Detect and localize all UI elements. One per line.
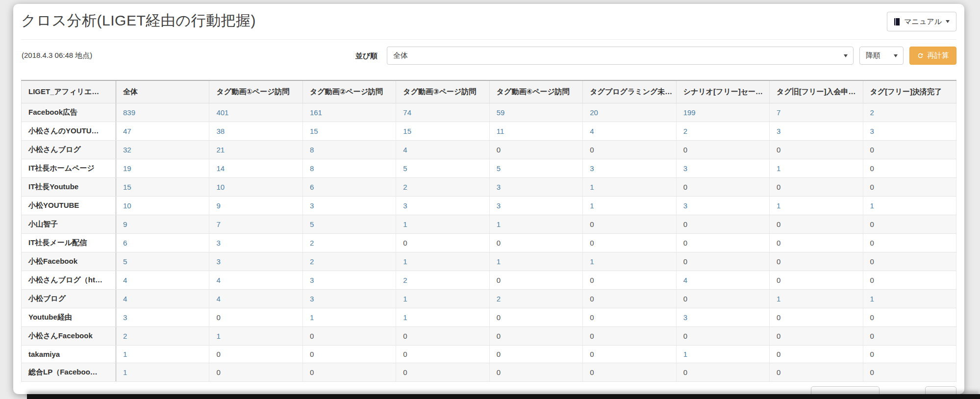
value-link[interactable]: 4: [123, 295, 127, 303]
value-link[interactable]: 161: [310, 108, 322, 117]
manual-button[interactable]: マニュアル: [887, 12, 956, 31]
value-cell: 21: [209, 141, 302, 159]
value-zero: 0: [870, 332, 874, 340]
value-link[interactable]: 5: [403, 164, 407, 173]
value-zero: 0: [870, 164, 874, 173]
value-cell: 0: [396, 327, 489, 346]
value-link[interactable]: 5: [123, 257, 127, 266]
value-link[interactable]: 32: [123, 146, 131, 154]
value-cell: 1: [396, 308, 489, 327]
value-link[interactable]: 4: [683, 276, 687, 284]
value-link[interactable]: 1: [590, 201, 594, 210]
value-link[interactable]: 1: [870, 295, 874, 303]
value-link[interactable]: 3: [310, 201, 314, 210]
value-link[interactable]: 401: [216, 108, 228, 117]
window-bottom-edge: [27, 394, 980, 399]
value-link[interactable]: 2: [310, 239, 314, 247]
value-link[interactable]: 1: [403, 220, 407, 228]
sort-direction-select[interactable]: 降順: [859, 47, 904, 65]
value-link[interactable]: 9: [216, 201, 220, 210]
value-link[interactable]: 7: [216, 220, 220, 228]
value-link[interactable]: 3: [310, 276, 314, 284]
value-link[interactable]: 1: [590, 183, 594, 191]
value-link[interactable]: 1: [683, 350, 687, 358]
value-link[interactable]: 1: [497, 220, 501, 228]
value-link[interactable]: 14: [216, 164, 225, 173]
value-link[interactable]: 8: [310, 146, 314, 154]
value-link[interactable]: 4: [216, 295, 220, 303]
value-link[interactable]: 6: [123, 239, 127, 247]
value-link[interactable]: 1: [777, 201, 780, 210]
value-link[interactable]: 5: [497, 164, 501, 173]
value-link[interactable]: 38: [216, 127, 225, 135]
value-link[interactable]: 3: [216, 257, 220, 266]
value-link[interactable]: 839: [123, 108, 135, 117]
value-cell: 0: [302, 363, 396, 382]
value-link[interactable]: 2: [497, 295, 501, 303]
recalculate-button[interactable]: 再計算: [909, 47, 956, 65]
value-link[interactable]: 3: [123, 313, 127, 322]
value-link[interactable]: 1: [216, 332, 220, 340]
value-link[interactable]: 1: [310, 313, 314, 322]
value-cell: 1: [583, 252, 676, 271]
value-link[interactable]: 1: [777, 164, 780, 173]
value-link[interactable]: 1: [403, 295, 407, 303]
value-link[interactable]: 4: [216, 276, 220, 284]
value-link[interactable]: 2: [310, 257, 314, 266]
value-link[interactable]: 5: [310, 220, 314, 228]
cutoff-button-2[interactable]: [925, 386, 956, 394]
value-link[interactable]: 21: [216, 146, 225, 154]
value-link[interactable]: 10: [123, 201, 131, 210]
value-link[interactable]: 9: [123, 220, 127, 228]
value-link[interactable]: 74: [403, 108, 411, 117]
value-link[interactable]: 2: [870, 108, 874, 117]
value-link[interactable]: 4: [403, 146, 407, 154]
value-link[interactable]: 1: [777, 295, 780, 303]
value-link[interactable]: 3: [216, 239, 220, 247]
value-link[interactable]: 4: [590, 127, 594, 135]
value-link[interactable]: 20: [590, 108, 598, 117]
value-link[interactable]: 4: [123, 276, 127, 284]
value-link[interactable]: 6: [310, 183, 314, 191]
value-link[interactable]: 1: [123, 350, 127, 358]
value-link[interactable]: 19: [123, 164, 131, 173]
value-link[interactable]: 3: [777, 127, 780, 135]
value-link[interactable]: 7: [777, 108, 780, 117]
value-link[interactable]: 1: [497, 257, 501, 266]
value-link[interactable]: 47: [123, 127, 131, 135]
value-link[interactable]: 3: [683, 313, 687, 322]
value-link[interactable]: 3: [497, 183, 501, 191]
value-link[interactable]: 3: [590, 164, 594, 173]
value-link[interactable]: 199: [683, 108, 696, 117]
value-link[interactable]: 1: [870, 201, 874, 210]
value-link[interactable]: 2: [123, 332, 127, 340]
cutoff-button-1[interactable]: [811, 386, 879, 394]
value-link[interactable]: 15: [123, 183, 131, 191]
value-link[interactable]: 15: [310, 127, 318, 135]
value-link[interactable]: 3: [310, 295, 314, 303]
value-link[interactable]: 1: [123, 368, 127, 376]
value-link[interactable]: 3: [870, 127, 874, 135]
value-link[interactable]: 3: [497, 201, 501, 210]
value-link[interactable]: 3: [683, 201, 687, 210]
value-link[interactable]: 10: [216, 183, 225, 191]
value-link[interactable]: 1: [403, 313, 407, 322]
value-link[interactable]: 2: [403, 276, 407, 284]
value-link[interactable]: 1: [590, 257, 594, 266]
sort-field-select[interactable]: 全体: [387, 47, 854, 65]
value-zero: 0: [870, 146, 874, 154]
value-link[interactable]: 1: [403, 257, 407, 266]
value-link[interactable]: 11: [497, 127, 504, 135]
value-cell: 32: [116, 141, 209, 159]
value-link[interactable]: 15: [403, 127, 411, 135]
sort-order-label: 並び順: [355, 51, 377, 61]
value-link[interactable]: 8: [310, 164, 314, 173]
value-link[interactable]: 2: [683, 127, 687, 135]
value-link[interactable]: 3: [403, 201, 407, 210]
table-row: 小松Facebook532111000: [22, 252, 956, 271]
value-link[interactable]: 2: [403, 183, 407, 191]
value-cell: 1: [489, 215, 582, 234]
value-link[interactable]: 3: [683, 164, 687, 173]
value-cell: 4: [116, 271, 209, 290]
value-link[interactable]: 59: [497, 108, 505, 117]
